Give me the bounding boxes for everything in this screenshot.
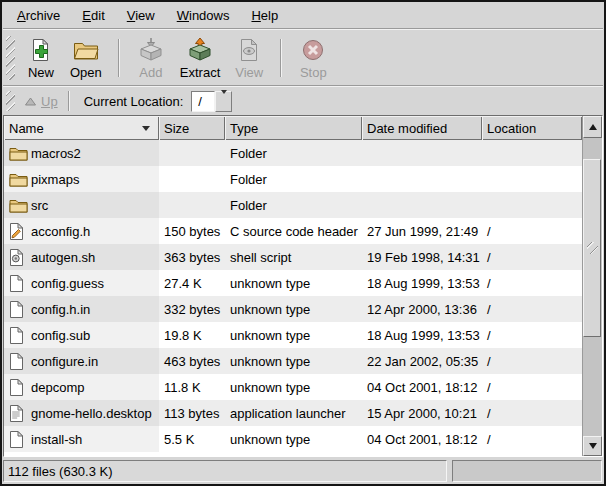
- menu-windows[interactable]: Windows: [166, 5, 241, 26]
- new-button[interactable]: New: [19, 33, 63, 83]
- table-row[interactable]: gnome-hello.desktop 113 bytes applicatio…: [4, 400, 582, 426]
- new-button-label: New: [28, 65, 54, 80]
- stop-icon: [301, 37, 325, 63]
- file-name-cell: configure.in: [4, 348, 159, 374]
- add-button-label: Add: [139, 65, 162, 80]
- file-type-cell: unknown type: [225, 426, 362, 452]
- file-date-cell: 18 Aug 1999, 13:53: [362, 270, 482, 296]
- table-row[interactable]: depcomp 11.8 K unknown type 04 Oct 2001,…: [4, 374, 582, 400]
- toolbar: New Open Add: [2, 30, 604, 85]
- location-dropdown-button[interactable]: [215, 91, 232, 112]
- menu-help[interactable]: Help: [240, 5, 289, 26]
- file-date-cell: [362, 140, 482, 166]
- menu-view[interactable]: View: [116, 5, 166, 26]
- file-name-cell: config.sub: [4, 322, 159, 348]
- up-button: Up: [19, 92, 64, 111]
- scroll-down-button[interactable]: [583, 436, 602, 456]
- file-list: Name Size Type Date modified Location ma…: [3, 115, 603, 457]
- file-name-cell: macros2: [4, 140, 159, 166]
- file-size-cell: 463 bytes: [159, 348, 225, 374]
- column-header-date-modified[interactable]: Date modified: [362, 116, 482, 140]
- table-row[interactable]: config.h.in 332 bytes unknown type 12 Ap…: [4, 296, 582, 322]
- locationbar-drag-handle[interactable]: [6, 91, 15, 111]
- menu-edit[interactable]: Edit: [71, 5, 115, 26]
- file-size-cell: [159, 192, 225, 218]
- menu-archive[interactable]: Archive: [6, 5, 71, 26]
- vertical-scrollbar[interactable]: [582, 116, 602, 456]
- file-type-cell: application launcher: [225, 400, 362, 426]
- file-size-cell: 11.8 K: [159, 374, 225, 400]
- menubar: Archive Edit View Windows Help: [2, 2, 604, 28]
- file-size-cell: 332 bytes: [159, 296, 225, 322]
- current-location-label: Current Location:: [84, 94, 184, 109]
- file-size-cell: 150 bytes: [159, 218, 225, 244]
- stop-button-label: Stop: [300, 65, 327, 80]
- file-location-cell: /: [482, 322, 582, 348]
- file-date-cell: [362, 192, 482, 218]
- status-message: 112 files (630.3 K): [3, 460, 447, 482]
- column-header-size[interactable]: Size: [159, 116, 225, 140]
- file-name-cell: config.h.in: [4, 296, 159, 322]
- scrollbar-grip-icon: [587, 242, 598, 254]
- file-size-cell: 5.5 K: [159, 426, 225, 452]
- scroll-down-icon: [589, 443, 597, 449]
- document-icon: [9, 275, 31, 292]
- table-row[interactable]: src Folder: [4, 192, 582, 218]
- toolbar-separator: [280, 39, 282, 77]
- table-row[interactable]: acconfig.h 150 bytes C source code heade…: [4, 218, 582, 244]
- file-date-cell: [362, 166, 482, 192]
- extract-button[interactable]: Extract: [173, 33, 227, 83]
- document-icon: [9, 301, 31, 318]
- file-location-cell: /: [482, 348, 582, 374]
- scroll-up-button[interactable]: [583, 116, 602, 138]
- file-size-cell: [159, 166, 225, 192]
- add-files-icon: [138, 37, 164, 63]
- folder-icon: [9, 198, 31, 213]
- scrollbar-thumb[interactable]: [583, 159, 601, 337]
- open-button-label: Open: [70, 65, 102, 80]
- table-row[interactable]: config.guess 27.4 K unknown type 18 Aug …: [4, 270, 582, 296]
- file-list-body: macros2 Folder pixmaps Folder src Folder…: [4, 140, 582, 456]
- file-size-cell: 363 bytes: [159, 244, 225, 270]
- file-type-cell: unknown type: [225, 270, 362, 296]
- file-name-cell: src: [4, 192, 159, 218]
- column-header-name[interactable]: Name: [4, 116, 159, 140]
- archive-manager-window: Archive Edit View Windows Help New: [0, 0, 606, 486]
- progress-area: [452, 460, 602, 482]
- column-header-type[interactable]: Type: [225, 116, 362, 140]
- toolbar-drag-handle[interactable]: [6, 36, 15, 80]
- view-button: View: [227, 33, 271, 83]
- file-location-cell: /: [482, 244, 582, 270]
- table-row[interactable]: configure.in 463 bytes unknown type 22 J…: [4, 348, 582, 374]
- table-row[interactable]: install-sh 5.5 K unknown type 04 Oct 200…: [4, 426, 582, 452]
- file-location-cell: /: [482, 270, 582, 296]
- up-button-label: Up: [41, 94, 58, 109]
- file-name-cell: acconfig.h: [4, 218, 159, 244]
- file-type-cell: unknown type: [225, 348, 362, 374]
- document-icon: [9, 327, 31, 344]
- new-archive-icon: [29, 37, 53, 63]
- file-date-cell: 04 Oct 2001, 18:12: [362, 426, 482, 452]
- dropdown-arrow-icon: [220, 94, 227, 109]
- up-arrow-icon: [25, 94, 36, 109]
- document-icon: [9, 431, 31, 448]
- file-location-cell: /: [482, 374, 582, 400]
- location-input[interactable]: /: [191, 91, 215, 112]
- open-button[interactable]: Open: [63, 33, 109, 83]
- scrollbar-trough[interactable]: [583, 138, 602, 436]
- file-name-cell: autogen.sh: [4, 244, 159, 270]
- file-name-cell: pixmaps: [4, 166, 159, 192]
- column-header-location[interactable]: Location: [482, 116, 582, 140]
- file-type-cell: unknown type: [225, 322, 362, 348]
- statusbar: 112 files (630.3 K): [2, 457, 604, 484]
- file-type-cell: shell script: [225, 244, 362, 270]
- file-date-cell: 04 Oct 2001, 18:12: [362, 374, 482, 400]
- file-name-cell: config.guess: [4, 270, 159, 296]
- table-row[interactable]: autogen.sh 363 bytes shell script 19 Feb…: [4, 244, 582, 270]
- file-type-cell: unknown type: [225, 296, 362, 322]
- text-icon: [9, 405, 31, 422]
- table-row[interactable]: pixmaps Folder: [4, 166, 582, 192]
- table-row[interactable]: config.sub 19.8 K unknown type 18 Aug 19…: [4, 322, 582, 348]
- file-date-cell: 12 Apr 2000, 13:36: [362, 296, 482, 322]
- table-row[interactable]: macros2 Folder: [4, 140, 582, 166]
